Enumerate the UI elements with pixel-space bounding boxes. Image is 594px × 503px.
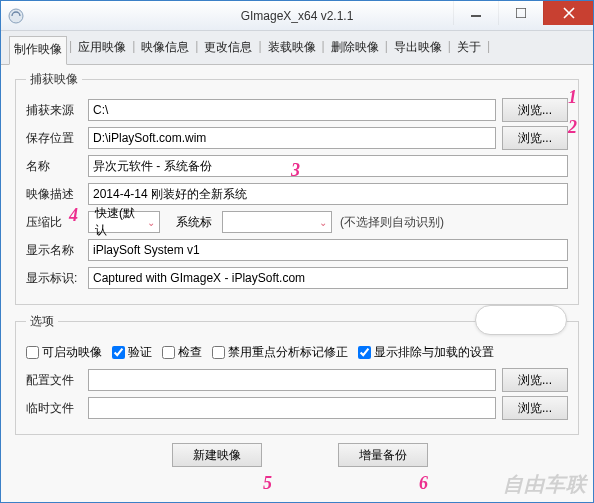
minimize-button[interactable] [453, 1, 498, 25]
name-input[interactable] [88, 155, 568, 177]
annotation-6: 6 [419, 473, 428, 494]
svg-point-0 [9, 9, 23, 23]
options-legend: 选项 [26, 313, 58, 330]
annotation-5: 5 [263, 473, 272, 494]
capture-group: 捕获映像 捕获来源 浏览... 保存位置 浏览... 名称 映像描述 压缩比 [15, 71, 579, 305]
watermark: 自由车联 [503, 471, 587, 498]
tab-mount[interactable]: 装载映像 [264, 35, 320, 64]
chevron-down-icon: ⌄ [147, 217, 155, 228]
tab-about[interactable]: 关于 [453, 35, 485, 64]
name-label: 名称 [26, 158, 88, 175]
overlay-pill [475, 305, 567, 335]
close-button[interactable] [543, 1, 593, 25]
flag-combo[interactable]: ⌄ [222, 211, 332, 233]
flag-label: 系统标 [176, 214, 212, 231]
dispname-label: 显示名称 [26, 242, 88, 259]
tab-apply[interactable]: 应用映像 [74, 35, 130, 64]
browse-config-button[interactable]: 浏览... [502, 368, 568, 392]
temp-label: 临时文件 [26, 400, 88, 417]
tab-info[interactable]: 映像信息 [137, 35, 193, 64]
tab-bar: 制作映像 | 应用映像 | 映像信息 | 更改信息 | 装载映像 | 删除映像 … [1, 31, 593, 65]
svg-rect-1 [471, 15, 481, 17]
tab-modify[interactable]: 更改信息 [200, 35, 256, 64]
dispmark-input[interactable] [88, 267, 568, 289]
check-check[interactable]: 检查 [162, 344, 202, 361]
config-label: 配置文件 [26, 372, 88, 389]
maximize-button[interactable] [498, 1, 543, 25]
browse-source-button[interactable]: 浏览... [502, 98, 568, 122]
dispmark-label: 显示标识: [26, 270, 88, 287]
client-area: 捕获映像 捕获来源 浏览... 保存位置 浏览... 名称 映像描述 压缩比 [1, 65, 593, 502]
show-excl-check[interactable]: 显示排除与加载的设置 [358, 344, 494, 361]
show-excl-checkbox[interactable] [358, 346, 371, 359]
app-icon [7, 7, 25, 25]
check-checkbox[interactable] [162, 346, 175, 359]
tab-create[interactable]: 制作映像 [9, 36, 67, 65]
bootable-checkbox[interactable] [26, 346, 39, 359]
app-window: GImageX_x64 v2.1.1 制作映像 | 应用映像 | 映像信息 | … [0, 0, 594, 503]
titlebar: GImageX_x64 v2.1.1 [1, 1, 593, 31]
bootable-check[interactable]: 可启动映像 [26, 344, 102, 361]
compress-combo[interactable]: 快速(默认 ⌄ [88, 211, 160, 233]
browse-save-button[interactable]: 浏览... [502, 126, 568, 150]
compress-value: 快速(默认 [95, 205, 143, 239]
source-label: 捕获来源 [26, 102, 88, 119]
chevron-down-icon: ⌄ [319, 217, 327, 228]
dispname-input[interactable] [88, 239, 568, 261]
create-image-button[interactable]: 新建映像 [172, 443, 262, 467]
window-buttons [453, 1, 593, 30]
compress-label: 压缩比 [26, 214, 88, 231]
desc-label: 映像描述 [26, 186, 88, 203]
verify-check[interactable]: 验证 [112, 344, 152, 361]
tab-delete[interactable]: 删除映像 [327, 35, 383, 64]
desc-input[interactable] [88, 183, 568, 205]
capture-legend: 捕获映像 [26, 71, 82, 88]
disable-rp-checkbox[interactable] [212, 346, 225, 359]
source-input[interactable] [88, 99, 496, 121]
flag-hint: (不选择则自动识别) [340, 214, 444, 231]
tab-export[interactable]: 导出映像 [390, 35, 446, 64]
svg-rect-2 [516, 8, 526, 18]
append-image-button[interactable]: 增量备份 [338, 443, 428, 467]
save-label: 保存位置 [26, 130, 88, 147]
verify-checkbox[interactable] [112, 346, 125, 359]
temp-input[interactable] [88, 397, 496, 419]
disable-rp-check[interactable]: 禁用重点分析标记修正 [212, 344, 348, 361]
bottom-actions: 新建映像 增量备份 [15, 443, 579, 467]
browse-temp-button[interactable]: 浏览... [502, 396, 568, 420]
save-input[interactable] [88, 127, 496, 149]
config-input[interactable] [88, 369, 496, 391]
